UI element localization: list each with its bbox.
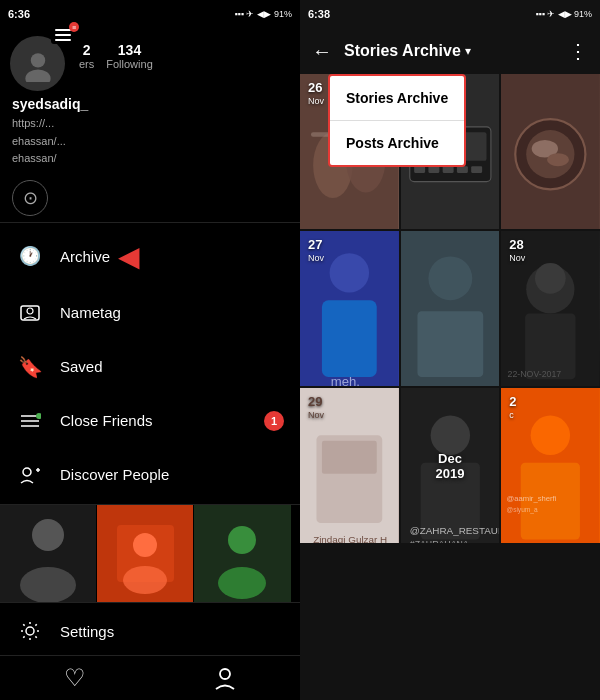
settings-icon: [16, 617, 44, 645]
svg-point-46: [428, 256, 472, 300]
menu-item-archive[interactable]: 🕐 Archive ◀: [0, 227, 300, 286]
close-friends-label: Close Friends: [60, 412, 153, 429]
svg-point-23: [220, 669, 230, 679]
time-right: 6:38: [308, 8, 330, 20]
svg-text:22-NOV-2017: 22-NOV-2017: [508, 369, 562, 379]
archive-label: Archive: [60, 248, 110, 265]
avatar: [10, 36, 65, 91]
svg-rect-43: [322, 300, 377, 377]
saved-label: Saved: [60, 358, 103, 375]
bottom-nav: ♡: [0, 655, 300, 700]
archive-title-button[interactable]: Stories Archive ▾: [344, 42, 471, 60]
username: syedsadiq_: [12, 96, 88, 112]
following-stat: 134 Following: [106, 42, 152, 70]
svg-text:Zindagi Gulzar H: Zindagi Gulzar H: [313, 534, 387, 543]
nametag-icon: [16, 299, 44, 327]
svg-point-42: [330, 253, 369, 292]
archive-cell-2[interactable]: @aamir_sherfi @siyum_a 2c: [501, 388, 600, 543]
notification-dot: ≡: [69, 22, 79, 32]
settings-item[interactable]: Settings: [0, 607, 300, 655]
followers-stat: 2 ers: [79, 42, 94, 70]
profile-grid-bottom: [0, 504, 300, 602]
dropdown-stories-archive[interactable]: Stories Archive: [330, 76, 464, 121]
date-26nov: 26Nov: [308, 80, 324, 106]
archive-cell-29nov[interactable]: Zindagi Gulzar H 29Nov: [300, 388, 399, 543]
back-button[interactable]: ←: [308, 40, 336, 63]
status-icons-left: ▪▪▪ ✈ ◀▶ 91%: [234, 9, 292, 19]
svg-rect-47: [417, 311, 483, 377]
svg-text:@ZAHRA_RESTAURAN: @ZAHRA_RESTAURAN: [409, 525, 499, 536]
svg-rect-35: [471, 166, 482, 173]
close-friends-badge: 1: [264, 411, 284, 431]
more-button[interactable]: ⋮: [564, 39, 592, 63]
grid-thumb-1: [0, 505, 97, 602]
svg-point-22: [218, 567, 266, 599]
svg-rect-55: [322, 441, 377, 474]
svg-point-40: [547, 153, 569, 166]
status-bar-right: 6:38 ▪▪▪ ✈ ◀▶ 91%: [300, 0, 600, 28]
archive-cell-blurred[interactable]: [401, 231, 500, 386]
menu-item-facebook[interactable]: f Open Facebook: [0, 502, 300, 504]
menu-item-nametag[interactable]: Nametag: [0, 286, 300, 340]
svg-text:meh.: meh.: [331, 374, 360, 386]
svg-text:@aamir_sherfi: @aamir_sherfi: [507, 494, 557, 503]
dropdown-posts-archive[interactable]: Posts Archive: [330, 121, 464, 165]
svg-point-58: [430, 416, 469, 455]
date-2-dec: 2c: [509, 394, 516, 420]
menu-item-discover[interactable]: Discover People: [0, 448, 300, 502]
annotation-arrow-2: ◀: [118, 240, 140, 273]
svg-point-21: [228, 526, 256, 554]
archive-icon: 🕐: [16, 242, 44, 270]
archive-cell-28nov[interactable]: 22-NOV-2017 28Nov: [501, 231, 600, 386]
left-panel: 6:36 ▪▪▪ ✈ ◀▶ 91% ≡ ➜: [0, 0, 300, 700]
menu-item-close-friends[interactable]: Close Friends 1: [0, 394, 300, 448]
svg-point-18: [133, 533, 157, 557]
svg-point-3: [27, 308, 33, 314]
discover-icon: [16, 461, 44, 489]
svg-rect-33: [442, 166, 453, 173]
archive-cell-dec2019[interactable]: @ZAHRA_RESTAURAN #ZAHRAHANA Dec 2019: [401, 388, 500, 543]
svg-rect-32: [428, 166, 439, 173]
discover-label: Discover People: [60, 466, 169, 483]
svg-point-8: [23, 468, 31, 476]
svg-rect-31: [414, 166, 425, 173]
heart-button[interactable]: ♡: [53, 662, 97, 694]
svg-rect-34: [457, 166, 468, 173]
archive-cell-food[interactable]: [501, 74, 600, 229]
status-icons-right: ▪▪▪ ✈ ◀▶ 91%: [535, 9, 592, 19]
archive-header: ← Stories Archive ▾ ⋮: [300, 28, 600, 74]
grid-row-2: meh. 27Nov: [300, 231, 600, 386]
settings-label: Settings: [60, 623, 114, 640]
nametag-label: Nametag: [60, 304, 121, 321]
dropdown-menu: Stories Archive Posts Archive: [328, 74, 466, 167]
archive-cell-27nov[interactable]: meh. 27Nov: [300, 231, 399, 386]
grid-thumb-2: [97, 505, 194, 602]
dec-2019-label: Dec 2019: [425, 451, 474, 481]
grid-thumb-3: [194, 505, 291, 602]
grid-row-3: Zindagi Gulzar H 29Nov @ZAHRA_RESTAURAN …: [300, 388, 600, 543]
hamburger-menu[interactable]: ≡: [51, 26, 75, 44]
svg-point-14: [32, 519, 64, 551]
date-29nov: 29Nov: [308, 394, 324, 420]
profile-icon-section: ⊙: [0, 174, 300, 222]
svg-point-1: [25, 69, 50, 82]
svg-point-19: [123, 566, 167, 594]
menu-item-saved[interactable]: 🔖 Saved: [0, 340, 300, 394]
svg-point-63: [531, 416, 570, 455]
avatar-container: ≡ ➜: [10, 36, 65, 91]
archive-grid: 26Nov: [300, 74, 600, 700]
divider-top: [0, 222, 300, 223]
right-panel: 6:38 ▪▪▪ ✈ ◀▶ 91% ← Stories Archive ▾ ⋮ …: [300, 0, 600, 700]
profile-button[interactable]: [203, 662, 247, 694]
close-friends-icon: [16, 407, 44, 435]
date-27nov: 27Nov: [308, 237, 324, 263]
saved-icon: 🔖: [16, 353, 44, 381]
svg-point-50: [535, 263, 566, 294]
username-area: syedsadiq_: [0, 95, 300, 115]
profile-camera-icon: ⊙: [12, 180, 48, 216]
status-bar-left: 6:36 ▪▪▪ ✈ ◀▶ 91%: [0, 0, 300, 28]
time-left: 6:36: [8, 8, 30, 20]
date-28nov: 28Nov: [509, 237, 525, 263]
svg-point-15: [20, 567, 76, 602]
profile-links: https://... ehassan/... ehassan/: [0, 115, 300, 174]
